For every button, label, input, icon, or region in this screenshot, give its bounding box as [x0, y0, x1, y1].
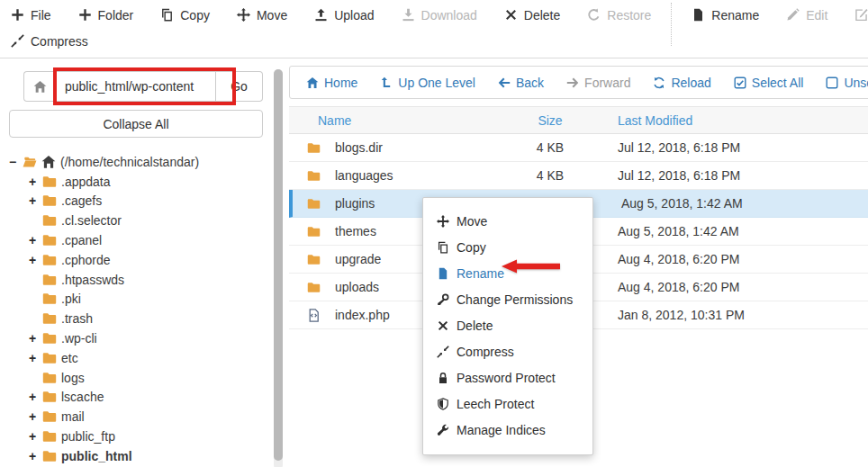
tree-expander[interactable]: + — [29, 331, 42, 346]
tree-item-logs[interactable]: logs — [9, 368, 267, 388]
table-row-languages[interactable]: languages4 KBJul 12, 2018, 6:18 PM — [289, 162, 868, 190]
tree-item-pki[interactable]: .pki — [9, 290, 267, 310]
context-menu-move[interactable]: Move — [423, 208, 592, 234]
file-name: uploads — [335, 280, 379, 294]
cell-last-modified: Aug 4, 2018, 6:20 PM — [604, 280, 798, 294]
toolbar-label: File — [31, 8, 51, 22]
nav-back-button[interactable]: Back — [498, 76, 544, 90]
context-menu-delete[interactable]: Delete — [423, 312, 592, 338]
toolbar-row-1: FileFolderCopyMoveUploadDownloadDeleteRe… — [11, 2, 857, 28]
context-menu: MoveCopyRenameChange PermissionsDeleteCo… — [422, 197, 593, 455]
tree-item-public-ftp[interactable]: +public_ftp — [9, 427, 267, 446]
tree-item-cl-selector[interactable]: .cl.selector — [9, 211, 267, 230]
tree-scrollbar-track[interactable] — [274, 69, 283, 467]
context-menu-label: Delete — [457, 319, 493, 333]
header-last-modified[interactable]: Last Modified — [604, 113, 798, 128]
restore-icon — [587, 8, 601, 22]
tree-item-trash[interactable]: .trash — [9, 309, 267, 328]
folder-open-icon — [23, 155, 37, 169]
tree-expander[interactable]: + — [29, 175, 42, 189]
folder-icon — [306, 197, 321, 211]
file-name: blogs.dir — [335, 140, 383, 155]
tree-item-label: .htpasswds — [61, 273, 124, 287]
tree-item-label: public_html — [61, 449, 132, 463]
tree-item-cagefs[interactable]: +.cagefs — [9, 192, 267, 211]
toolbar-file-button[interactable]: File — [11, 8, 51, 22]
tree-item-etc[interactable]: +etc — [9, 348, 267, 368]
tree-item-public-html[interactable]: +public_html — [9, 446, 267, 466]
toolbar-copy-button[interactable]: Copy — [160, 8, 210, 22]
nav-home-button[interactable]: Home — [306, 76, 357, 90]
tree-expander[interactable]: − — [9, 155, 23, 169]
table-row-blogs-dir[interactable]: blogs.dir4 KBJul 12, 2018, 6:18 PM — [289, 134, 868, 162]
context-menu-manage-indices[interactable]: Manage Indices — [423, 417, 592, 443]
tree-expander[interactable]: + — [29, 253, 42, 267]
go-button[interactable]: Go — [216, 71, 263, 102]
header-size[interactable]: Size — [496, 113, 604, 128]
toolbar-label: Copy — [180, 8, 210, 22]
tree-item-mail[interactable]: +mail — [9, 407, 267, 427]
tree-item-cpanel[interactable]: +.cpanel — [9, 230, 267, 250]
context-menu-copy[interactable]: Copy — [423, 234, 592, 260]
nav-label: Reload — [671, 76, 710, 90]
nav-label: Back — [516, 76, 544, 90]
tree-item-lscache[interactable]: +lscache — [9, 388, 267, 408]
context-menu-compress[interactable]: Compress — [423, 338, 592, 364]
toolbar-rename-button[interactable]: Rename — [692, 8, 759, 22]
tree-item-home-technicalstandar[interactable]: −(/home/technicalstandar) — [9, 152, 267, 172]
home-addon[interactable] — [23, 71, 56, 102]
key-icon — [437, 293, 449, 306]
nav-unselect-all-button[interactable]: Unselect All — [826, 76, 868, 90]
nav-label: Select All — [752, 76, 804, 90]
file-name: themes — [335, 224, 376, 238]
toolbar-label: Rename — [711, 8, 759, 22]
cell-size: 4 KB — [496, 140, 604, 155]
arrow-right-icon — [566, 76, 579, 89]
toolbar-upload-button[interactable]: Upload — [314, 8, 374, 22]
context-menu-leech-protect[interactable]: Leech Protect — [423, 391, 592, 417]
context-menu-rename[interactable]: Rename — [423, 260, 592, 286]
context-menu-label: Password Protect — [457, 371, 556, 385]
tree-expander[interactable]: + — [29, 233, 42, 247]
move-icon — [237, 8, 250, 22]
collapse-all-button[interactable]: Collapse All — [9, 110, 263, 138]
context-menu-label: Manage Indices — [457, 423, 546, 437]
top-toolbar: FileFolderCopyMoveUploadDownloadDeleteRe… — [0, 0, 868, 58]
checkbox-empty-icon — [826, 76, 838, 89]
context-menu-change-permissions[interactable]: Change Permissions — [423, 286, 592, 312]
toolbar-folder-button[interactable]: Folder — [78, 8, 134, 22]
tree-item-wp-cli[interactable]: +.wp-cli — [9, 328, 267, 348]
path-input[interactable] — [56, 71, 216, 102]
tree-expander[interactable]: + — [29, 193, 42, 208]
tree-item-cphorde[interactable]: +.cphorde — [9, 250, 267, 270]
context-menu-password-protect[interactable]: Password Protect — [423, 364, 592, 391]
nav-forward-button: Forward — [566, 76, 630, 90]
nav-reload-button[interactable]: Reload — [653, 76, 710, 90]
context-menu-label: Compress — [457, 345, 514, 359]
header-name[interactable]: Name — [289, 113, 496, 128]
file-name: languages — [335, 168, 393, 183]
file-icon — [437, 267, 449, 280]
nav-up-one-level-button[interactable]: Up One Level — [380, 76, 475, 90]
tree-expander[interactable]: + — [29, 390, 42, 404]
tree-expander[interactable]: + — [29, 351, 42, 365]
nav-select-all-button[interactable]: Select All — [734, 76, 804, 90]
toolbar-row-2: Compress — [11, 28, 857, 54]
tree-expander[interactable]: + — [29, 449, 42, 463]
toolbar-compress-button[interactable]: Compress — [11, 34, 88, 49]
toolbar-delete-button[interactable]: Delete — [504, 8, 560, 22]
tree-item-appdata[interactable]: +.appdata — [9, 172, 267, 192]
plus-icon — [78, 8, 92, 22]
toolbar-move-button[interactable]: Move — [237, 8, 287, 22]
cell-last-modified: Jul 12, 2018, 6:18 PM — [604, 168, 798, 183]
delete-icon — [504, 8, 518, 22]
home-icon — [306, 76, 319, 89]
tree-item-htpasswds[interactable]: .htpasswds — [9, 270, 267, 290]
tree-scrollbar-thumb[interactable] — [274, 69, 283, 461]
reload-icon — [653, 76, 665, 89]
cell-last-modified: Aug 5, 2018, 1:42 AM — [608, 196, 801, 211]
tree-expander[interactable]: + — [29, 409, 42, 424]
tree-expander[interactable]: + — [29, 429, 42, 444]
move-icon — [437, 215, 449, 228]
toolbar-divider — [671, 3, 672, 46]
